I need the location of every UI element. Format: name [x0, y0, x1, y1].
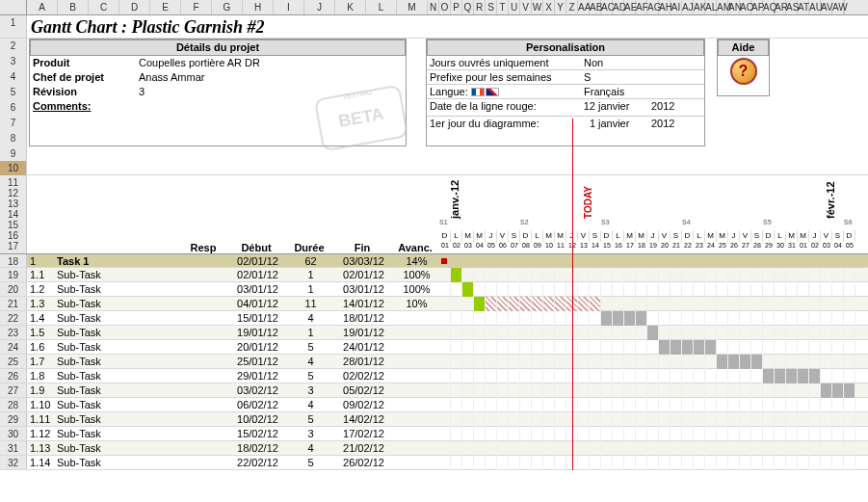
prefix-value[interactable]: S [581, 70, 591, 84]
task-row[interactable]: 201.2Sub-Task03/01/12103/01/12100% [0, 282, 868, 297]
column-header[interactable]: AC [601, 0, 613, 14]
column-header[interactable]: AE [624, 0, 636, 14]
task-row[interactable]: 241.6Sub-Task20/01/12524/01/12 [0, 340, 868, 355]
redline-day[interactable]: 12 [566, 99, 595, 116]
column-header[interactable]: AB [590, 0, 601, 14]
task-index: 1.3 [27, 297, 54, 310]
firstday-month[interactable]: janvier [595, 117, 648, 134]
column-header[interactable]: AD [613, 0, 624, 14]
column-header[interactable]: D [119, 0, 150, 14]
column-header[interactable]: Q [462, 0, 474, 14]
task-row[interactable]: 281.10Sub-Task06/02/12409/02/12 [0, 398, 868, 412]
column-header[interactable]: L [366, 0, 397, 14]
column-header[interactable]: AS [786, 0, 798, 14]
task-index: 1.11 [27, 412, 54, 426]
column-header[interactable]: AR [775, 0, 786, 14]
task-duration: 1 [285, 326, 333, 339]
column-header[interactable]: I [274, 0, 304, 14]
task-row[interactable]: 211.3Sub-Task04/01/121114/01/1210% [0, 297, 868, 311]
column-header[interactable]: O [439, 0, 451, 14]
column-header[interactable]: E [150, 0, 181, 14]
column-header[interactable]: AW [832, 0, 844, 14]
column-header[interactable]: N [428, 0, 439, 14]
comments-label[interactable]: Comments: [30, 99, 92, 114]
column-header[interactable]: Y [555, 0, 566, 14]
corner-cell[interactable] [0, 0, 27, 14]
task-name: Sub-Task [54, 412, 179, 426]
column-header[interactable]: AU [809, 0, 821, 14]
column-header[interactable]: T [497, 0, 509, 14]
column-header[interactable]: W [532, 0, 543, 14]
task-row[interactable]: 311.13Sub-Task18/02/12421/02/12 [0, 441, 868, 456]
column-header[interactable]: AV [821, 0, 832, 14]
column-header[interactable]: Z [566, 0, 578, 14]
task-progress [391, 311, 439, 325]
column-header[interactable]: C [89, 0, 119, 14]
rev-value[interactable]: 3 [136, 85, 145, 99]
task-progress [391, 456, 439, 469]
column-header[interactable]: AJ [682, 0, 694, 14]
column-header[interactable]: R [474, 0, 486, 14]
column-header[interactable]: AG [647, 0, 659, 14]
task-index: 1.14 [27, 456, 54, 469]
column-header[interactable]: M [397, 0, 428, 14]
task-name: Sub-Task [54, 268, 179, 281]
task-name: Sub-Task [54, 369, 179, 383]
column-header[interactable]: G [212, 0, 243, 14]
redline-year[interactable]: 2012 [648, 99, 674, 116]
column-header[interactable]: AP [751, 0, 763, 14]
task-progress [391, 326, 439, 339]
lang-value[interactable]: Français [581, 85, 624, 98]
task-name: Sub-Task [54, 427, 179, 440]
task-row[interactable]: 321.14Sub-Task22/02/12526/02/12 [0, 456, 868, 470]
column-header[interactable]: AT [798, 0, 809, 14]
redline-month[interactable]: janvier [595, 99, 648, 116]
firstday-day[interactable]: 1 [566, 117, 595, 134]
column-header[interactable]: AM [717, 0, 728, 14]
task-header-row[interactable]: 181Task 102/01/126203/03/1214% [0, 253, 868, 268]
task-row[interactable]: 291.11Sub-Task10/02/12514/02/12 [0, 412, 868, 427]
column-header[interactable]: AA [578, 0, 590, 14]
task-row[interactable]: 261.8Sub-Task29/01/12502/02/12 [0, 369, 868, 383]
pm-value[interactable]: Anass Ammar [136, 70, 204, 85]
task-row[interactable]: 231.5Sub-Task19/01/12119/01/12 [0, 326, 868, 340]
column-header[interactable]: S [486, 0, 497, 14]
task-row[interactable]: 301.12Sub-Task15/02/12317/02/12 [0, 427, 868, 441]
column-header[interactable]: U [509, 0, 520, 14]
column-header[interactable]: AK [694, 0, 705, 14]
column-header[interactable]: AL [705, 0, 717, 14]
task-duration: 5 [285, 369, 333, 383]
column-header[interactable]: B [58, 0, 89, 14]
column-header[interactable]: P [451, 0, 462, 14]
row-number[interactable]: 1 [0, 15, 27, 38]
flag-fr-icon [471, 88, 485, 96]
task-row[interactable]: 271.9Sub-Task03/02/12305/02/12 [0, 383, 868, 398]
help-icon[interactable]: ? [730, 58, 757, 85]
column-header[interactable]: AO [740, 0, 751, 14]
column-header[interactable]: AF [636, 0, 647, 14]
column-header[interactable]: AH [659, 0, 671, 14]
task-start: 29/01/12 [227, 369, 285, 383]
column-header[interactable]: X [543, 0, 555, 14]
firstday-year[interactable]: 2012 [648, 117, 674, 134]
column-header[interactable]: K [335, 0, 366, 14]
task-progress [391, 412, 439, 426]
task-start: 19/01/12 [227, 326, 285, 339]
column-header[interactable]: J [304, 0, 335, 14]
product-value[interactable]: Coupelles portière AR DR [136, 56, 260, 70]
task-row[interactable]: 191.1Sub-Task02/01/12102/01/12100% [0, 268, 868, 282]
task-row[interactable]: 221.4Sub-Task15/01/12418/01/12 [0, 311, 868, 326]
column-header[interactable]: V [520, 0, 532, 14]
column-header[interactable]: AI [671, 0, 682, 14]
task-row[interactable]: 251.7Sub-Task25/01/12428/01/12 [0, 355, 868, 369]
today-line [572, 119, 573, 470]
fin-header: Fin [333, 242, 391, 253]
column-header[interactable]: A [27, 0, 58, 14]
workdays-value[interactable]: Non [581, 56, 603, 69]
column-header[interactable]: F [181, 0, 212, 14]
column-header[interactable]: H [243, 0, 274, 14]
lang-label: Langue: [427, 85, 581, 98]
column-header[interactable]: AN [728, 0, 740, 14]
today-label: TODAY [583, 186, 593, 219]
column-header[interactable]: AQ [763, 0, 775, 14]
